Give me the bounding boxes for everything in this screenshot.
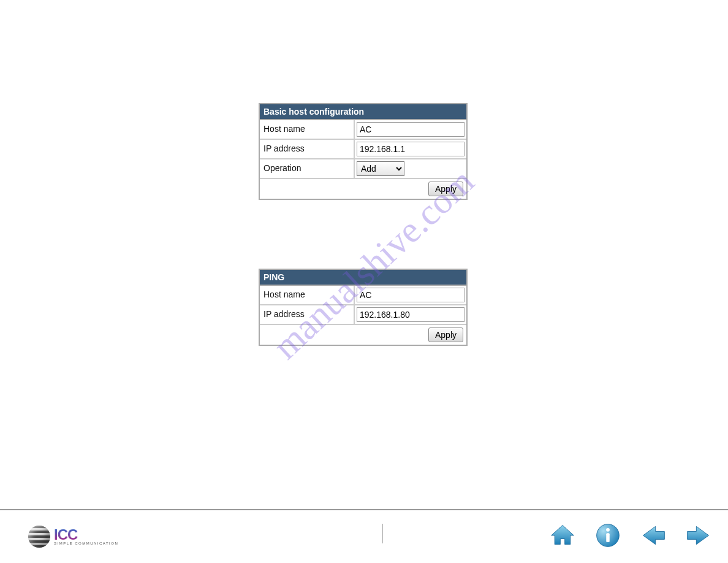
ip-address-input[interactable] [357,142,464,156]
row-ip-address: IP address [260,305,466,325]
basic-host-config-panel: Basic host configuration Host name IP ad… [259,103,468,200]
panel-title: Basic host configuration [260,104,466,120]
home-icon[interactable] [549,522,576,551]
footer-bar: ICC SIMPLE COMMUNICATION [0,509,728,563]
row-host-name: Host name [260,286,466,305]
row-operation: Operation Add [260,159,466,179]
footer-nav-icons [549,522,712,551]
logo-subtext: SIMPLE COMMUNICATION [54,542,118,545]
page-content: manualshive.com Basic host configuration… [0,0,728,509]
row-host-name: Host name [260,120,466,140]
host-name-label: Host name [260,120,355,139]
footer-divider [382,524,383,543]
arrow-left-icon[interactable] [640,522,667,551]
host-name-label: Host name [260,286,355,304]
ip-address-input[interactable] [357,307,464,322]
logo: ICC SIMPLE COMMUNICATION [28,526,118,548]
logo-text: ICC [54,528,118,542]
operation-label: Operation [260,159,355,178]
ip-address-label: IP address [260,305,355,324]
logo-sphere-icon [28,526,50,548]
panel-title: PING [260,270,466,286]
operation-select[interactable]: Add [357,161,404,176]
svg-point-1 [606,528,610,532]
ip-address-label: IP address [260,140,355,158]
host-name-input[interactable] [357,122,464,137]
arrow-right-icon[interactable] [685,522,712,551]
svg-rect-2 [606,533,610,542]
apply-button[interactable]: Apply [428,327,463,342]
row-ip-address: IP address [260,140,466,159]
info-icon[interactable] [594,522,621,551]
ping-panel: PING Host name IP address Apply [259,269,468,346]
apply-button[interactable]: Apply [428,182,463,196]
host-name-input[interactable] [357,288,464,302]
